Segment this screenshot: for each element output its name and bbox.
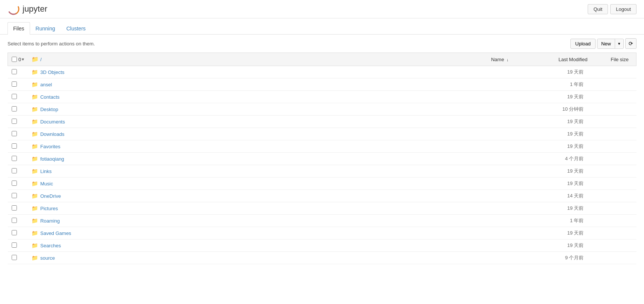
folder-icon: 📁: [32, 156, 38, 162]
jupyter-logo-icon: [8, 3, 20, 15]
breadcrumb-path[interactable]: /: [40, 57, 42, 62]
table-row: 📁 Favorites 19 天前: [8, 140, 636, 153]
select-hint: Select items to perform actions on them.: [8, 41, 95, 47]
size-sort-cell[interactable]: File size: [591, 53, 636, 66]
sort-arrow-icon: ↓: [507, 57, 509, 62]
row-checkbox-cell: [8, 103, 28, 116]
refresh-button[interactable]: ⟳: [625, 38, 636, 49]
row-modified: 4 个月前: [516, 153, 591, 165]
row-name-cell: 📁 source: [28, 252, 516, 264]
row-checkbox[interactable]: [12, 143, 17, 149]
row-checkbox-cell: [8, 78, 28, 91]
upload-button[interactable]: Upload: [570, 39, 596, 49]
table-row: 📁 3D Objects 19 天前: [8, 66, 636, 78]
row-size: [591, 140, 636, 153]
row-modified: 19 天前: [516, 239, 591, 252]
select-all-checkbox[interactable]: [12, 57, 17, 62]
row-checkbox-cell: [8, 91, 28, 103]
row-checkbox[interactable]: [12, 69, 17, 74]
file-link[interactable]: Links: [40, 169, 51, 174]
folder-icon: 📁: [32, 94, 38, 100]
row-checkbox[interactable]: [12, 230, 17, 235]
row-checkbox[interactable]: [12, 81, 17, 87]
row-checkbox[interactable]: [12, 181, 17, 186]
row-size: [591, 239, 636, 252]
file-link[interactable]: Music: [40, 181, 53, 187]
folder-icon: 📁: [32, 119, 38, 125]
row-checkbox-cell: [8, 190, 28, 202]
row-checkbox-cell: [8, 227, 28, 239]
table-row: 📁 OneDrive 14 天前: [8, 190, 636, 202]
row-checkbox[interactable]: [12, 156, 17, 161]
row-size: [591, 227, 636, 239]
row-name-cell: 📁 Links: [28, 165, 516, 178]
row-size: [591, 215, 636, 227]
table-row: 📁 Pictures 19 天前: [8, 202, 636, 215]
file-link[interactable]: source: [40, 255, 55, 261]
row-checkbox[interactable]: [12, 255, 17, 260]
sort-dropdown-icon[interactable]: ▾: [22, 57, 24, 62]
app-title: jupyter: [23, 4, 47, 14]
svg-point-0: [8, 3, 20, 15]
table-row: 📁 Saved Games 19 天前: [8, 227, 636, 239]
folder-icon: 📁: [32, 81, 38, 87]
row-checkbox-cell: [8, 116, 28, 128]
folder-breadcrumb-icon: 📁: [32, 56, 39, 63]
file-link[interactable]: Roaming: [40, 218, 60, 224]
row-checkbox[interactable]: [12, 205, 17, 211]
row-size: [591, 78, 636, 91]
file-link[interactable]: Saved Games: [40, 230, 71, 236]
folder-icon: 📁: [32, 242, 38, 248]
row-checkbox-cell: [8, 178, 28, 190]
row-modified: 19 天前: [516, 66, 591, 78]
logo: jupyter: [8, 3, 47, 15]
row-checkbox-cell: [8, 66, 28, 78]
row-checkbox[interactable]: [12, 106, 17, 111]
table-row: 📁 Downloads 19 天前: [8, 128, 636, 140]
file-link[interactable]: Downloads: [40, 131, 64, 137]
file-link[interactable]: Contacts: [40, 94, 59, 100]
tab-clusters[interactable]: Clusters: [61, 22, 91, 35]
file-link[interactable]: fotiaoqiang: [40, 156, 64, 162]
logout-button[interactable]: Logout: [610, 4, 636, 14]
tab-running[interactable]: Running: [30, 22, 61, 35]
row-name-cell: 📁 OneDrive: [28, 190, 516, 202]
row-checkbox[interactable]: [12, 193, 17, 198]
row-name-cell: 📁 fotiaoqiang: [28, 153, 516, 165]
file-link[interactable]: ansel: [40, 82, 52, 87]
row-size: [591, 66, 636, 78]
folder-icon: 📁: [32, 193, 38, 199]
row-checkbox-cell: [8, 215, 28, 227]
row-checkbox[interactable]: [12, 242, 17, 248]
modified-sort-cell[interactable]: Last Modified: [516, 53, 591, 66]
quit-button[interactable]: Quit: [588, 4, 608, 14]
header-actions: Quit Logout: [588, 4, 636, 14]
row-modified: 19 天前: [516, 178, 591, 190]
new-button-caret[interactable]: ▾: [615, 39, 623, 48]
file-link[interactable]: 3D Objects: [40, 69, 64, 75]
file-link[interactable]: Desktop: [40, 107, 58, 112]
tab-files[interactable]: Files: [8, 22, 30, 35]
row-checkbox[interactable]: [12, 131, 17, 136]
row-modified: 1 年前: [516, 78, 591, 91]
row-checkbox[interactable]: [12, 119, 17, 124]
row-modified: 1 年前: [516, 215, 591, 227]
file-link[interactable]: Documents: [40, 119, 65, 125]
row-name-cell: 📁 ansel: [28, 78, 516, 91]
name-sort-cell[interactable]: Name ↓: [212, 53, 516, 66]
table-row: 📁 Roaming 1 年前: [8, 215, 636, 227]
file-link[interactable]: Favorites: [40, 144, 60, 149]
row-name-cell: 📁 Documents: [28, 116, 516, 128]
file-link[interactable]: Pictures: [40, 206, 58, 211]
row-checkbox[interactable]: [12, 218, 17, 223]
folder-icon: 📁: [32, 181, 38, 187]
row-modified: 19 天前: [516, 116, 591, 128]
row-checkbox[interactable]: [12, 94, 17, 99]
file-link[interactable]: Searches: [40, 243, 61, 248]
name-sort-label: Name: [491, 57, 504, 62]
row-checkbox[interactable]: [12, 168, 17, 173]
new-button[interactable]: New: [597, 39, 615, 48]
file-link[interactable]: OneDrive: [40, 193, 61, 199]
row-checkbox-cell: [8, 140, 28, 153]
header-checkbox-cell: 0 ▾: [8, 53, 28, 66]
